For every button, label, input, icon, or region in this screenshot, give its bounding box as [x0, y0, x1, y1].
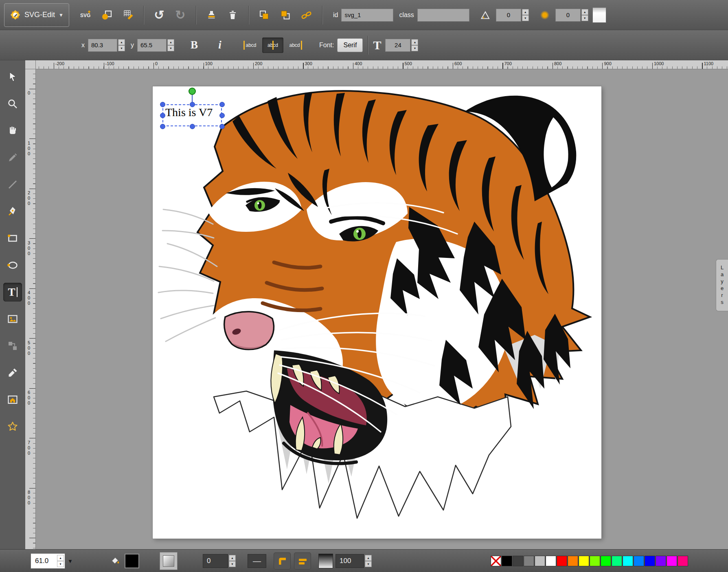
zoom-tool[interactable]	[3, 95, 22, 113]
selection-handle-e[interactable]	[219, 113, 225, 118]
fill-color-swatch[interactable]	[125, 554, 139, 568]
image-tool[interactable]	[3, 310, 22, 328]
make-link-button[interactable]	[297, 6, 316, 24]
library-tool[interactable]	[3, 390, 22, 409]
x-input[interactable]	[88, 39, 117, 52]
clone-button[interactable]	[202, 6, 221, 24]
main-menu-button[interactable]: SVG-Edit ▼	[4, 3, 69, 27]
pan-tool[interactable]	[3, 121, 22, 140]
palette-swatch[interactable]	[656, 556, 666, 566]
stroke-linejoin-button[interactable]	[274, 552, 291, 570]
palette-swatch[interactable]	[524, 556, 534, 566]
palette-swatch[interactable]	[667, 556, 677, 566]
opacity-gradient-swatch[interactable]	[318, 554, 333, 568]
pattern-grid-button[interactable]	[118, 6, 137, 24]
palette-swatch[interactable]	[546, 556, 556, 566]
ruler-label: 500	[405, 61, 412, 66]
shape-library-button[interactable]	[97, 6, 116, 24]
palette-swatch[interactable]	[579, 556, 589, 566]
palette-swatch[interactable]	[612, 556, 622, 566]
y-input[interactable]	[137, 39, 167, 52]
palette-swatch[interactable]	[590, 556, 600, 566]
selection-handle-n[interactable]	[190, 102, 195, 107]
path-tool[interactable]	[3, 202, 22, 221]
canvas[interactable]: This is V7	[153, 86, 601, 539]
element-id-input[interactable]	[341, 9, 393, 22]
stepper-down[interactable]: ▼	[229, 561, 236, 567]
stepper-up[interactable]: ▲	[118, 39, 125, 45]
text-anchor-start-button[interactable]: abcd	[239, 37, 261, 53]
stepper-up[interactable]: ▲	[581, 9, 588, 15]
rotate-handle[interactable]	[189, 88, 196, 95]
ruler-label: 900	[604, 61, 612, 66]
linejoin-icon	[277, 556, 288, 567]
zoom-input[interactable]: 61.0	[35, 557, 56, 565]
blur-input[interactable]	[555, 9, 581, 22]
opacity-input[interactable]: 100	[335, 554, 364, 568]
ellipse-tool[interactable]	[3, 256, 22, 275]
move-to-bottom-button[interactable]	[255, 6, 274, 24]
stepper-up[interactable]: ▲	[229, 555, 236, 561]
stepper-down[interactable]: ▼	[57, 561, 64, 567]
stepper-up[interactable]: ▲	[522, 9, 529, 15]
font-family-button[interactable]: Serif	[337, 38, 363, 52]
ruler-label: -200	[55, 61, 64, 66]
selection-handle-sw[interactable]	[160, 124, 165, 129]
stroke-color-swatch[interactable]	[160, 552, 178, 570]
zoom-dropdown-icon[interactable]: ▼	[68, 558, 73, 564]
bold-button[interactable]: B	[185, 36, 204, 55]
palette-swatch[interactable]	[623, 556, 633, 566]
palette-swatch[interactable]	[678, 556, 688, 566]
palette-swatch[interactable]	[502, 556, 512, 566]
selection-handle-s[interactable]	[190, 124, 195, 129]
palette-swatch[interactable]	[634, 556, 644, 566]
palette-swatch[interactable]	[557, 556, 567, 566]
layers-panel-tab[interactable]: Layers	[716, 259, 728, 311]
italic-button[interactable]: i	[211, 36, 229, 55]
stepper-down[interactable]: ▼	[118, 45, 125, 51]
stroke-dash-select[interactable]: —	[248, 554, 266, 568]
font-size-input[interactable]	[385, 39, 410, 52]
stepper-down[interactable]: ▼	[522, 15, 529, 21]
selection-handle-nw[interactable]	[160, 102, 165, 107]
rect-tool[interactable]	[3, 229, 22, 248]
palette-swatch[interactable]	[535, 556, 545, 566]
selection-handle-w[interactable]	[160, 113, 165, 118]
stepper-down[interactable]: ▼	[411, 45, 418, 51]
dash-style-value: —	[253, 557, 261, 566]
star-tool[interactable]	[3, 417, 22, 436]
palette-swatch[interactable]	[645, 556, 655, 566]
source-editor-button[interactable]: SVG	[76, 6, 95, 24]
palette-swatch[interactable]	[491, 556, 501, 566]
main-color-swatch[interactable]	[592, 7, 606, 23]
text-anchor-middle-button[interactable]: abcd	[262, 37, 283, 53]
selection-handle-ne[interactable]	[219, 102, 225, 107]
text-anchor-end-button[interactable]: abcd	[285, 37, 306, 53]
stepper-up[interactable]: ▲	[57, 555, 64, 561]
redo-button[interactable]: ↻	[171, 6, 190, 24]
palette-swatch[interactable]	[601, 556, 611, 566]
selection-handle-se[interactable]	[219, 124, 225, 129]
stepper-up[interactable]: ▲	[167, 39, 174, 45]
palette-swatch[interactable]	[513, 556, 523, 566]
line-tool[interactable]	[3, 175, 22, 194]
stroke-width-input[interactable]: 0	[203, 554, 228, 568]
text-tool[interactable]: T	[3, 283, 22, 301]
undo-button[interactable]: ↺	[150, 6, 169, 24]
stroke-linecap-button[interactable]	[294, 552, 311, 570]
select-tool[interactable]	[3, 68, 22, 86]
delete-button[interactable]	[224, 6, 242, 24]
palette-swatch[interactable]	[568, 556, 578, 566]
move-to-top-button[interactable]	[276, 6, 295, 24]
connector-tool[interactable]	[3, 337, 22, 355]
stepper-up[interactable]: ▲	[411, 39, 418, 45]
pencil-tool[interactable]	[3, 148, 22, 167]
angle-input[interactable]	[496, 9, 521, 22]
stepper-down[interactable]: ▼	[581, 15, 588, 21]
stepper-up[interactable]: ▲	[365, 555, 372, 561]
eyedropper-tool[interactable]	[3, 363, 22, 382]
element-class-input[interactable]	[417, 9, 469, 22]
stepper-down[interactable]: ▼	[365, 561, 372, 567]
stepper-down[interactable]: ▼	[167, 45, 174, 51]
workspace[interactable]: This is V7	[36, 69, 728, 549]
